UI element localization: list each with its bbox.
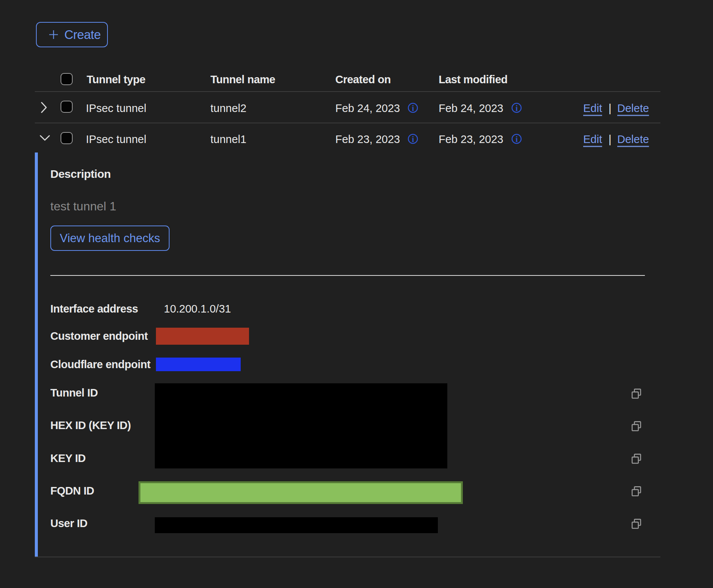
svg-text:i: i [515,104,518,113]
svg-text:i: i [515,135,518,144]
svg-text:i: i [412,104,414,113]
svg-text:i: i [412,135,414,144]
